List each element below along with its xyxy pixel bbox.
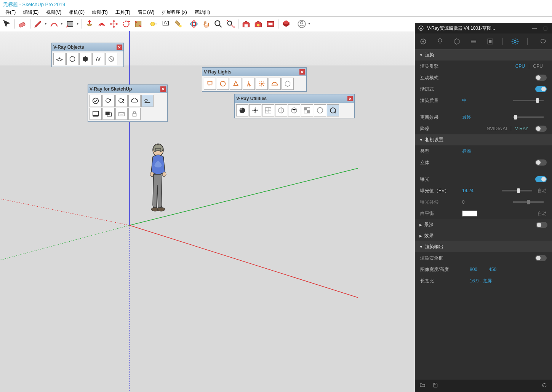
dropdown-arrow-icon[interactable]: ▼ bbox=[60, 22, 63, 25]
mesh-light-icon[interactable] bbox=[105, 53, 117, 65]
vray-objects-panel[interactable]: V-Ray Objects✕ bbox=[51, 43, 124, 67]
panel-title-bar[interactable]: V-Ray Objects✕ bbox=[52, 43, 123, 51]
stereo-toggle[interactable] bbox=[535, 159, 547, 166]
move-tool-icon[interactable] bbox=[109, 19, 119, 29]
scale-figure-icon[interactable] bbox=[143, 142, 173, 229]
progressive-toggle[interactable] bbox=[535, 86, 547, 92]
sphere-light-icon[interactable] bbox=[217, 78, 229, 90]
select-tool-icon[interactable] bbox=[2, 19, 12, 29]
quality-slider[interactable] bbox=[513, 100, 544, 101]
panel-title-bar[interactable]: V-Ray Lights✕ bbox=[202, 68, 306, 76]
util-select-icon[interactable] bbox=[327, 104, 339, 116]
dropdown-arrow-icon[interactable]: ▼ bbox=[76, 22, 79, 25]
close-icon[interactable]: ✕ bbox=[347, 96, 353, 101]
frame-buffer-icon[interactable] bbox=[90, 108, 102, 120]
close-icon[interactable]: ✕ bbox=[160, 86, 166, 92]
section-output[interactable]: ▼渲染输出 bbox=[415, 241, 552, 252]
util-box1-icon[interactable] bbox=[275, 104, 287, 116]
menu-tools[interactable]: 工具(T) bbox=[112, 8, 134, 16]
revert-icon[interactable] bbox=[541, 382, 547, 389]
infinite-plane-icon[interactable] bbox=[53, 53, 66, 65]
denoise-vray-button[interactable]: V-RAY bbox=[511, 125, 532, 132]
aspect-value[interactable]: 16:9 - 宽屏 bbox=[470, 278, 492, 284]
engine-cpu-button[interactable]: CPU bbox=[512, 63, 529, 70]
update-slider[interactable] bbox=[513, 116, 544, 118]
wb-swatch[interactable] bbox=[462, 210, 477, 217]
menu-draw[interactable]: 绘图(R) bbox=[88, 8, 112, 16]
denoise-toggle[interactable] bbox=[535, 126, 547, 132]
height-value[interactable]: 450 bbox=[489, 267, 496, 272]
pushpull-tool-icon[interactable] bbox=[84, 19, 95, 29]
update-value[interactable]: 最终 bbox=[462, 114, 471, 121]
render-icon[interactable] bbox=[102, 95, 115, 107]
section-dof[interactable]: ▶景深 bbox=[415, 219, 552, 230]
pan-tool-icon[interactable] bbox=[201, 19, 211, 29]
textures-tab-icon[interactable] bbox=[469, 37, 478, 46]
dome-light-icon[interactable] bbox=[269, 78, 281, 90]
paint-tool-icon[interactable] bbox=[173, 19, 184, 29]
mesh-light2-icon[interactable] bbox=[282, 78, 294, 90]
cloud-render-icon[interactable] bbox=[128, 95, 141, 107]
section-render[interactable]: ▼渲染 bbox=[415, 49, 552, 61]
dropdown-arrow-icon[interactable]: ▼ bbox=[308, 22, 311, 25]
zoom-extents-icon[interactable] bbox=[225, 19, 236, 29]
scale-tool-icon[interactable] bbox=[133, 19, 144, 29]
spot-light-icon[interactable] bbox=[230, 78, 242, 90]
interactive-toggle[interactable] bbox=[535, 75, 547, 81]
render-interactive-icon[interactable] bbox=[115, 95, 128, 107]
dropdown-arrow-icon[interactable]: ▼ bbox=[44, 22, 47, 25]
ies-light-icon[interactable] bbox=[243, 78, 255, 90]
geometry-tab-icon[interactable] bbox=[452, 37, 461, 46]
maximize-icon[interactable]: ▢ bbox=[541, 24, 549, 32]
section-camera[interactable]: ▼相机设置 bbox=[415, 134, 552, 145]
menu-file[interactable]: 件(F) bbox=[2, 8, 19, 16]
warehouse-icon[interactable] bbox=[241, 19, 251, 29]
menu-camera[interactable]: 相机(C) bbox=[65, 8, 88, 16]
quality-value[interactable]: 中 bbox=[462, 97, 467, 104]
engine-gpu-button[interactable]: GPU bbox=[529, 63, 547, 70]
minimize-icon[interactable]: — bbox=[531, 24, 538, 32]
rotate-tool-icon[interactable] bbox=[121, 19, 131, 29]
dof-toggle[interactable] bbox=[536, 222, 547, 228]
vray-title-bar[interactable]: V-Ray资源编辑器 V4.1001-草图... — ▢ bbox=[415, 23, 552, 33]
fur-icon[interactable] bbox=[79, 53, 91, 65]
render-elements-tab-icon[interactable] bbox=[486, 37, 495, 46]
ev-slider[interactable] bbox=[502, 190, 532, 191]
exposure-toggle[interactable] bbox=[535, 176, 547, 182]
menu-edit[interactable]: 编辑(E) bbox=[19, 8, 42, 16]
util-box2-icon[interactable] bbox=[288, 104, 300, 116]
extension-warehouse-icon[interactable] bbox=[265, 19, 276, 29]
panel-title-bar[interactable]: V-Ray for SketchUp✕ bbox=[88, 85, 167, 93]
util-checker-icon[interactable] bbox=[301, 104, 313, 116]
vray-utilities-panel[interactable]: V-Ray Utilities✕ bbox=[234, 94, 355, 118]
denoise-nvidia-button[interactable]: NVIDIA AI bbox=[483, 125, 511, 132]
batch-render-icon[interactable] bbox=[102, 108, 115, 120]
save-icon[interactable] bbox=[432, 382, 438, 389]
lights-tab-icon[interactable] bbox=[435, 37, 445, 46]
user-icon[interactable] bbox=[296, 19, 307, 29]
safeframe-toggle[interactable] bbox=[535, 255, 547, 261]
extension-manager-icon[interactable] bbox=[281, 19, 291, 29]
pencil-tool-icon[interactable] bbox=[33, 19, 43, 29]
section-effects[interactable]: ▶效果 bbox=[415, 230, 552, 241]
arc-tool-icon[interactable] bbox=[49, 19, 59, 29]
offset-tool-icon[interactable] bbox=[96, 19, 107, 29]
clipper-icon[interactable] bbox=[92, 53, 104, 65]
util-uv-icon[interactable] bbox=[262, 104, 274, 116]
menu-view[interactable]: 视图(V) bbox=[42, 8, 65, 16]
close-icon[interactable]: ✕ bbox=[117, 45, 122, 50]
text-tool-icon[interactable]: A1 bbox=[161, 19, 171, 29]
vray-lights-panel[interactable]: V-Ray Lights✕ bbox=[202, 67, 307, 92]
materials-tab-icon[interactable] bbox=[419, 37, 428, 46]
render-button-icon[interactable] bbox=[539, 37, 548, 46]
orbit-tool-icon[interactable] bbox=[189, 19, 199, 29]
width-value[interactable]: 800 bbox=[470, 267, 477, 272]
panel-title-bar[interactable]: V-Ray Utilities✕ bbox=[235, 94, 354, 103]
asset-editor-icon[interactable] bbox=[90, 95, 102, 107]
vray-asset-editor[interactable]: V-Ray资源编辑器 V4.1001-草图... — ▢ ▼渲染 渲染引擎 CP… bbox=[415, 23, 552, 392]
util-move-icon[interactable] bbox=[249, 104, 261, 116]
close-icon[interactable]: ✕ bbox=[299, 69, 305, 75]
util-sphere-icon[interactable] bbox=[236, 104, 248, 116]
cloud-batch-icon[interactable] bbox=[115, 108, 128, 120]
menu-extensions[interactable]: 扩展程序 (x) bbox=[158, 8, 190, 16]
